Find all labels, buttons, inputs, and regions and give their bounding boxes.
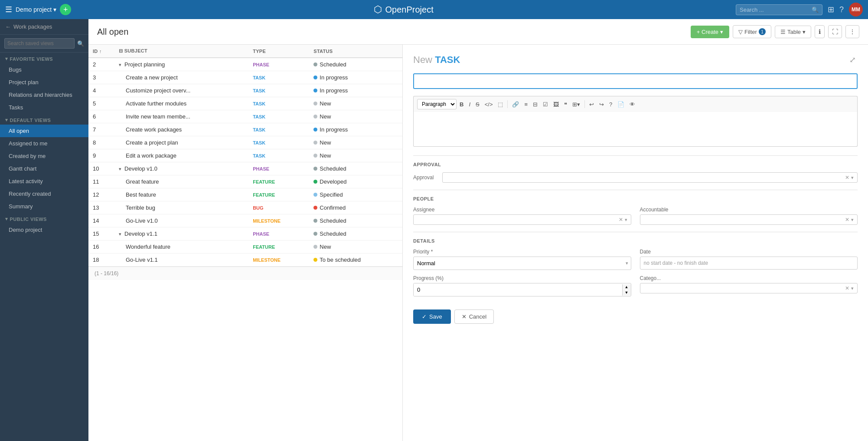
table-view-button[interactable]: ☰ Table ▾ xyxy=(775,26,811,38)
priority-select[interactable]: Normal xyxy=(414,257,631,270)
status-dot-icon xyxy=(313,180,317,184)
grid-icon[interactable]: ⊞ xyxy=(828,5,834,14)
editor-content[interactable] xyxy=(413,112,858,147)
ordered-list-button[interactable]: ⊟ xyxy=(531,100,540,109)
progress-increment-button[interactable]: ▲ xyxy=(623,284,631,290)
sidebar-item-bugs[interactable]: Bugs xyxy=(0,63,88,76)
sidebar-item-tasks[interactable]: Tasks xyxy=(0,101,88,114)
row-id-cell[interactable]: 16 xyxy=(88,240,114,253)
strikethrough-button[interactable]: S xyxy=(473,100,482,109)
blockquote-button[interactable]: ❝ xyxy=(562,100,569,109)
bullet-list-button[interactable]: ≡ xyxy=(522,100,530,109)
info-button[interactable]: ℹ xyxy=(815,25,825,38)
help-icon[interactable]: ? xyxy=(839,5,844,14)
status-dot-icon xyxy=(313,167,317,171)
row-id-cell[interactable]: 11 xyxy=(88,175,114,188)
col-subject[interactable]: ⊟ SUBJECT xyxy=(114,45,248,58)
detail-close-button[interactable]: ⤢ xyxy=(848,53,858,66)
bold-button[interactable]: B xyxy=(457,100,466,109)
progress-decrement-button[interactable]: ▼ xyxy=(623,290,631,296)
row-id-cell[interactable]: 2 xyxy=(88,58,114,71)
redo-button[interactable]: ↪ xyxy=(597,100,606,109)
saved-views-search-input[interactable] xyxy=(4,38,75,49)
row-id-cell[interactable]: 3 xyxy=(88,71,114,84)
code-button[interactable]: </> xyxy=(483,100,495,109)
table-button[interactable]: ⊞▾ xyxy=(570,100,582,109)
row-id-cell[interactable]: 15 xyxy=(88,227,114,240)
image-button[interactable]: 🖼 xyxy=(551,100,561,109)
sidebar-item-relations[interactable]: Relations and hierarchies xyxy=(0,89,88,101)
sidebar-item-all-open[interactable]: All open xyxy=(0,125,88,137)
row-id-cell[interactable]: 6 xyxy=(88,110,114,123)
cancel-button[interactable]: ✕ Cancel xyxy=(454,309,494,324)
source-button[interactable]: 📄 xyxy=(615,100,627,109)
date-input[interactable] xyxy=(640,257,858,270)
filter-button[interactable]: ▽ Filter 1 xyxy=(733,25,771,38)
category-clear-button[interactable]: ✕ xyxy=(845,285,849,291)
checklist-button[interactable]: ☑ xyxy=(541,100,550,109)
assignee-clear-button[interactable]: ✕ xyxy=(619,217,623,223)
fullscreen-button[interactable]: ⛶ xyxy=(828,25,842,38)
row-id-cell[interactable]: 4 xyxy=(88,84,114,97)
assignee-input-wrap[interactable]: ✕ ▾ xyxy=(413,214,631,225)
accountable-input-wrap[interactable]: ✕ ▾ xyxy=(640,214,858,225)
preview-button[interactable]: 👁 xyxy=(627,100,637,109)
italic-button[interactable]: I xyxy=(467,100,473,109)
create-button[interactable]: + Create ▾ xyxy=(691,26,729,38)
sidebar-item-project-plan[interactable]: Project plan xyxy=(0,76,88,89)
col-type[interactable]: TYPE xyxy=(248,45,309,58)
col-id[interactable]: ID ↑ xyxy=(88,45,114,58)
progress-input-wrap[interactable]: ▲ ▼ xyxy=(413,283,631,296)
search-box[interactable]: 🔍 xyxy=(736,4,822,15)
category-input-wrap[interactable]: ✕ ▾ xyxy=(640,283,858,293)
link-button[interactable]: 🔗 xyxy=(510,100,521,109)
accountable-clear-button[interactable]: ✕ xyxy=(845,217,849,223)
logo-icon: ⬡ xyxy=(374,4,382,15)
sidebar-item-demo-project[interactable]: Demo project xyxy=(0,224,88,236)
collapse-button[interactable]: ▾ xyxy=(119,231,123,237)
collapse-button[interactable]: ▾ xyxy=(119,62,123,67)
help-button[interactable]: ? xyxy=(607,100,614,109)
paragraph-select[interactable]: Paragraph xyxy=(417,99,457,109)
collapse-button[interactable]: ▾ xyxy=(119,166,123,171)
row-id-cell[interactable]: 8 xyxy=(88,136,114,149)
col-status[interactable]: STATUS xyxy=(309,45,402,58)
hamburger-icon[interactable]: ☰ xyxy=(5,5,12,14)
sidebar-back-button[interactable]: ← Work packages xyxy=(0,19,88,35)
status-dot-icon xyxy=(313,76,317,79)
add-project-button[interactable]: + xyxy=(60,4,71,15)
row-id-cell[interactable]: 10 xyxy=(88,162,114,175)
row-id-cell[interactable]: 14 xyxy=(88,214,114,227)
sidebar-item-latest-activity[interactable]: Latest activity xyxy=(0,175,88,188)
sidebar-item-summary[interactable]: Summary xyxy=(0,200,88,213)
row-id-cell[interactable]: 13 xyxy=(88,201,114,214)
sidebar-item-assigned-to-me[interactable]: Assigned to me xyxy=(0,137,88,150)
inline-code-button[interactable]: ⬚ xyxy=(496,100,505,109)
row-id-cell[interactable]: 18 xyxy=(88,253,114,267)
table-row: 10▾ Develop v1.0PHASEScheduled xyxy=(88,162,402,175)
undo-button[interactable]: ↩ xyxy=(587,100,596,109)
sidebar-item-recently-created[interactable]: Recently created xyxy=(0,188,88,200)
row-type-cell: PHASE xyxy=(248,162,309,175)
approval-input-wrap[interactable]: ✕ ▾ xyxy=(442,172,858,183)
row-subject-cell: Go-Live v1.1 xyxy=(114,253,248,267)
search-input[interactable] xyxy=(740,7,809,13)
task-title-input[interactable] xyxy=(413,73,858,89)
table-header: ID ↑ ⊟ SUBJECT TYPE STATUS xyxy=(88,45,402,58)
more-options-button[interactable]: ⋮ xyxy=(845,25,859,38)
row-id-cell[interactable]: 9 xyxy=(88,149,114,162)
approval-clear-button[interactable]: ✕ xyxy=(845,174,849,181)
row-status-cell: New xyxy=(309,149,402,162)
row-id-cell[interactable]: 7 xyxy=(88,123,114,136)
row-id-cell[interactable]: 12 xyxy=(88,188,114,201)
project-name[interactable]: Demo project ▾ xyxy=(16,6,56,13)
progress-input[interactable] xyxy=(414,283,622,296)
row-subject-cell: Go-Live v1.0 xyxy=(114,214,248,227)
save-button[interactable]: ✓ Save xyxy=(413,309,451,324)
row-id-cell[interactable]: 5 xyxy=(88,97,114,110)
sidebar-item-gantt-chart[interactable]: Gantt chart xyxy=(0,162,88,175)
sidebar-item-created-by-me[interactable]: Created by me xyxy=(0,150,88,162)
row-type-cell: PHASE xyxy=(248,227,309,240)
avatar[interactable]: MM xyxy=(849,3,863,16)
priority-select-wrap[interactable]: Normal ▾ xyxy=(413,257,631,270)
